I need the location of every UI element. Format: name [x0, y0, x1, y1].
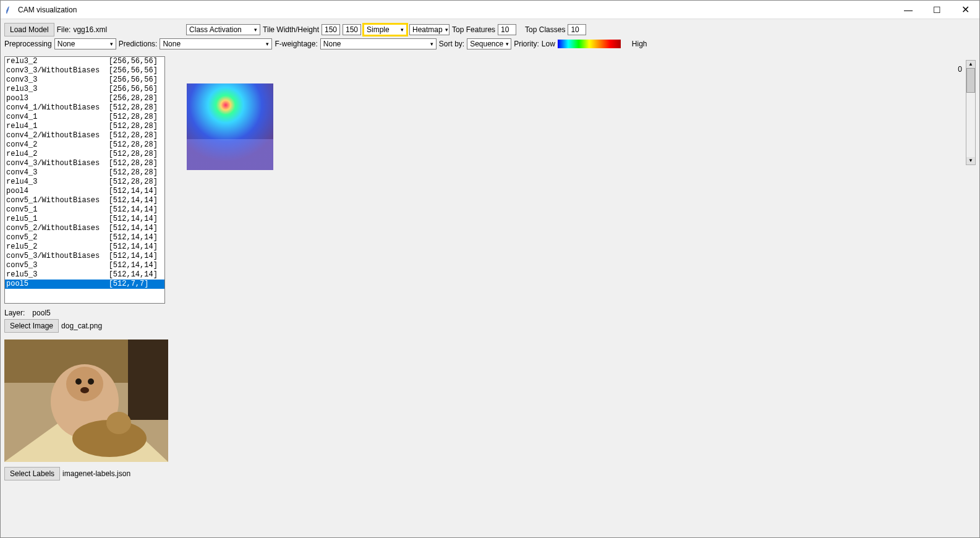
select-labels-button[interactable]: Select Labels — [4, 467, 60, 480]
heatmap-select[interactable]: Heatmap▾ — [409, 24, 450, 35]
right-panel: 0 ▲ ▼ — [168, 56, 976, 170]
layer-value: pool5 — [32, 309, 50, 317]
tile-label: Tile Width/Height — [263, 25, 319, 34]
layer-item[interactable]: conv5_3 [512,14,14] — [5, 261, 164, 270]
left-column: relu3_2 [256,56,56]conv3_3/WithoutBiases… — [4, 56, 168, 482]
maximize-button[interactable]: ☐ — [922, 1, 951, 19]
priority-gradient — [558, 40, 621, 48]
main-columns: relu3_2 [256,56,56]conv3_3/WithoutBiases… — [4, 56, 976, 482]
layer-item[interactable]: relu4_3 [512,28,28] — [5, 177, 164, 187]
top-features-input[interactable] — [498, 24, 516, 35]
source-image — [4, 339, 168, 462]
svg-point-5 — [66, 367, 103, 401]
predictions-select[interactable]: None▾ — [160, 38, 272, 49]
layer-item[interactable]: relu3_2 [256,56,56] — [5, 57, 164, 66]
top-classes-input[interactable] — [568, 24, 586, 35]
layer-item[interactable]: conv5_2/WithoutBiases [512,14,14] — [5, 224, 164, 233]
top-classes-label: Top Classes — [525, 25, 565, 34]
layer-item[interactable]: relu5_2 [512,14,14] — [5, 242, 164, 252]
svg-point-10 — [106, 412, 131, 434]
layer-item[interactable]: conv4_2 [512,28,28] — [5, 140, 164, 150]
preproc-select[interactable]: None▾ — [54, 38, 116, 49]
layer-item[interactable]: pool5 [512,7,7] — [5, 280, 164, 289]
layer-info-row: Layer: pool5 — [4, 309, 168, 317]
content-area: Load Model File: vgg16.xml Class Activat… — [1, 19, 979, 486]
mode-select[interactable]: Class Activation▾ — [186, 24, 260, 35]
svg-point-7 — [88, 378, 94, 385]
priority-label: Priority: — [514, 40, 539, 48]
layer-listbox[interactable]: relu3_2 [256,56,56]conv3_3/WithoutBiases… — [4, 56, 165, 304]
select-image-button[interactable]: Select Image — [4, 319, 59, 333]
fweight-select[interactable]: None▾ — [320, 38, 437, 49]
layer-item[interactable]: conv4_2/WithoutBiases [512,28,28] — [5, 131, 164, 140]
scroll-down-arrow[interactable]: ▼ — [966, 157, 975, 164]
app-window: CAM visualization — ☐ ✕ Load Model File:… — [0, 0, 980, 538]
priority-low: Low — [542, 40, 555, 48]
toolbar-row-1: Load Model File: vgg16.xml Class Activat… — [4, 23, 976, 36]
titlebar: CAM visualization — ☐ ✕ — [1, 1, 979, 19]
layer-item[interactable]: relu3_3 [256,56,56] — [5, 85, 164, 94]
layer-label: Layer: — [4, 309, 25, 317]
layer-item[interactable]: conv5_1 [512,14,14] — [5, 205, 164, 215]
layer-item[interactable]: conv5_3/WithoutBiases [512,14,14] — [5, 252, 164, 261]
visualization-image — [187, 83, 273, 170]
file-label: File: — [57, 25, 71, 34]
layer-item[interactable]: pool4 [512,14,14] — [5, 187, 164, 196]
file-value: vgg16.xml — [73, 25, 107, 34]
display-mode-select[interactable]: Simple▾ — [364, 24, 407, 35]
vertical-scrollbar[interactable]: ▲ ▼ — [966, 60, 976, 165]
app-icon — [4, 5, 14, 15]
window-buttons: — ☐ ✕ — [894, 1, 979, 19]
load-model-button[interactable]: Load Model — [4, 23, 54, 36]
scroll-up-arrow[interactable]: ▲ — [966, 61, 975, 68]
close-button[interactable]: ✕ — [951, 1, 979, 19]
layer-item[interactable]: relu4_1 [512,28,28] — [5, 122, 164, 131]
layer-item[interactable]: conv5_2 [512,14,14] — [5, 233, 164, 242]
layer-item[interactable]: conv4_3/WithoutBiases [512,28,28] — [5, 159, 164, 168]
scroll-thumb[interactable] — [966, 68, 975, 93]
labels-file: imagenet-labels.json — [62, 469, 130, 478]
fweight-label: F-weightage: — [275, 40, 317, 48]
sortby-label: Sort by: — [439, 40, 464, 48]
layer-item[interactable]: relu5_1 [512,14,14] — [5, 215, 164, 224]
svg-point-8 — [80, 387, 89, 393]
scroll-value: 0 — [958, 65, 962, 74]
layer-item[interactable]: pool3 [256,28,28] — [5, 94, 164, 103]
layer-item[interactable]: relu4_2 [512,28,28] — [5, 150, 164, 159]
layer-item[interactable]: conv5_1/WithoutBiases [512,14,14] — [5, 196, 164, 205]
tile-width-input[interactable] — [322, 24, 340, 35]
preproc-label: Preprocessing — [4, 40, 52, 48]
window-title: CAM visualization — [18, 6, 894, 14]
svg-rect-2 — [128, 339, 168, 420]
sortby-select[interactable]: Sequence▾ — [467, 38, 511, 49]
image-file: dog_cat.png — [61, 322, 102, 330]
select-labels-row: Select Labels imagenet-labels.json — [4, 467, 168, 480]
layer-item[interactable]: conv4_3 [512,28,28] — [5, 168, 164, 177]
priority-high: High — [632, 40, 647, 48]
top-features-label: Top Features — [452, 25, 495, 34]
predictions-label: Predictions: — [119, 40, 158, 48]
layer-item[interactable]: conv3_3 [256,56,56] — [5, 75, 164, 85]
minimize-button[interactable]: — — [894, 1, 922, 19]
toolbar-row-2: Preprocessing None▾ Predictions: None▾ F… — [4, 38, 976, 49]
layer-item[interactable]: conv4_1 [512,28,28] — [5, 113, 164, 122]
layer-item[interactable]: relu5_3 [512,14,14] — [5, 270, 164, 280]
tile-height-input[interactable] — [343, 24, 361, 35]
layer-item[interactable]: conv4_1/WithoutBiases [512,28,28] — [5, 103, 164, 113]
layer-item[interactable]: conv3_3/WithoutBiases [256,56,56] — [5, 66, 164, 75]
svg-point-6 — [75, 378, 82, 385]
select-image-row: Select Image dog_cat.png — [4, 319, 168, 333]
